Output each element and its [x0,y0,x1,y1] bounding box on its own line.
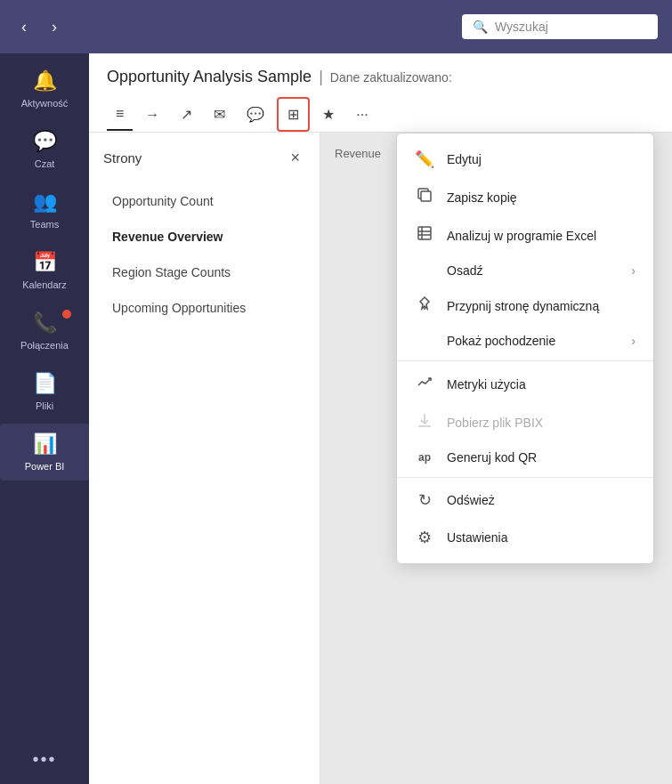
report-header: Opportunity Analysis Sample | Dane zaktu… [89,53,672,133]
activity-icon: 🔔 [33,69,57,93]
menu-item-settings[interactable]: ⚙ Ustawienia [397,519,653,556]
menu-item-label: Generuj kod QR [447,450,537,465]
title-separator: | [319,68,323,86]
analyze-excel-icon [415,225,434,246]
report-title: Opportunity Analysis Sample [107,68,312,86]
calls-badge [62,310,71,319]
menu-item-label: Edytuj [447,152,482,166]
svg-rect-2 [418,227,431,239]
menu-item-save-copy[interactable]: Zapisz kopię [397,178,653,216]
page-item-upcoming-opportunities[interactable]: Upcoming Opportunities [103,290,305,326]
menu-item-label: Analizuj w programie Excel [447,229,596,243]
sidebar-item-label: Połączenia [20,340,69,351]
sidebar-item-activity[interactable]: 🔔 Aktywność [0,61,89,117]
menu-item-label: Pobierz plik PBIX [447,416,543,430]
share-button[interactable]: ↗ [172,99,201,130]
save-copy-icon [415,187,434,207]
sidebar-item-label: Aktywność [21,98,69,109]
pages-header: Strony × [103,147,305,169]
sidebar-item-calls[interactable]: 📞 Połączenia [0,303,89,360]
sidebar-item-label: Kalendarz [22,279,67,290]
page-item-region-stage-counts[interactable]: Region Stage Counts [103,255,305,290]
canvas-label: Revenue [335,147,381,160]
search-icon: 🔍 [473,20,488,34]
sidebar-item-teams[interactable]: 👥 Teams [0,182,89,238]
toolbar: ≡ → ↗ ✉ 💬 ⊞ ★ ··· [107,97,654,132]
menu-item-show-origin[interactable]: Pokaż pochodzenie › [397,325,653,357]
report-subtitle: Dane zaktualizowano: [330,70,452,85]
sidebar-item-files[interactable]: 📄 Pliki [0,363,89,420]
sidebar-item-label: Pliki [36,400,53,411]
sidebar-item-calendar[interactable]: 📅 Kalendarz [0,242,89,299]
menu-item-label: Odśwież [447,493,495,507]
more-button[interactable]: ··· [347,100,376,130]
chevron-right-icon-2: › [631,334,636,348]
present-button[interactable]: ⊞ [277,97,310,132]
back-button[interactable]: ‹ [14,14,34,40]
calls-icon: 📞 [33,311,57,335]
svg-rect-1 [421,191,431,201]
settings-icon: ⚙ [415,528,434,547]
more-apps-button[interactable]: ••• [32,749,56,770]
menu-item-download-pbix: Pobierz plik PBIX [397,403,653,441]
download-icon [415,412,434,432]
report-canvas: Revenue ✏️ Edytuj Za [320,133,672,784]
menu-divider-2 [397,477,653,478]
pages-panel-title: Strony [103,150,142,166]
email-button[interactable]: ✉ [205,99,234,130]
menu-item-refresh[interactable]: ↻ Odśwież [397,481,653,519]
sidebar-item-label: Czat [35,158,55,169]
menu-item-label: Zapisz kopię [447,190,517,205]
sidebar: 🔔 Aktywność 💬 Czat 👥 Teams 📅 Kalendarz 📞… [0,53,89,784]
pages-panel-close[interactable]: × [285,147,305,169]
favorite-button[interactable]: ★ [313,99,344,130]
qr-icon: ap [415,451,434,464]
menu-item-embed[interactable]: Osadź › [397,255,653,287]
menu-item-edit[interactable]: ✏️ Edytuj [397,141,653,178]
teams-icon: 👥 [33,190,57,214]
metrics-icon [415,374,434,394]
page-item-opportunity-count[interactable]: Opportunity Count [103,183,305,219]
search-placeholder: Wyszukaj [495,20,548,34]
files-icon: 📄 [33,372,57,395]
menu-item-label: Pokaż pochodzenie [447,334,555,348]
page-item-revenue-overview[interactable]: Revenue Overview [103,219,305,255]
embed-button[interactable]: → [136,100,168,130]
calendar-icon: 📅 [33,251,57,274]
menu-item-qr-code[interactable]: ap Generuj kod QR [397,441,653,473]
sidebar-item-label: Power BI [25,461,65,472]
edit-icon: ✏️ [415,150,434,169]
menu-item-label: Osadź [447,263,482,278]
forward-button[interactable]: › [45,14,64,40]
pin-icon [415,295,434,316]
content-area: Opportunity Analysis Sample | Dane zaktu… [89,53,672,784]
chevron-right-icon: › [631,263,636,278]
menu-item-label: Ustawienia [447,530,507,545]
chat-icon: 💬 [33,130,57,153]
content-row: Strony × Opportunity Count Revenue Overv… [89,133,672,784]
powerbi-icon: 📊 [33,432,57,456]
main-layout: 🔔 Aktywność 💬 Czat 👥 Teams 📅 Kalendarz 📞… [0,53,672,784]
menu-item-label: Przypnij stronę dynamiczną [447,299,599,313]
sidebar-item-powerbi[interactable]: 📊 Power BI [0,424,89,481]
pages-panel: Strony × Opportunity Count Revenue Overv… [89,133,320,784]
report-title-bar: Opportunity Analysis Sample | Dane zaktu… [107,68,654,86]
menu-divider-1 [397,360,653,361]
menu-item-pin-dynamic[interactable]: Przypnij stronę dynamiczną [397,287,653,325]
menu-item-analyze-excel[interactable]: Analizuj w programie Excel [397,216,653,255]
menu-item-usage-metrics[interactable]: Metryki użycia [397,365,653,403]
sidebar-item-chat[interactable]: 💬 Czat [0,121,89,178]
top-bar: ‹ › 🔍 Wyszukaj [0,0,672,53]
pages-button[interactable]: ≡ [107,99,133,131]
menu-item-label: Metryki użycia [447,377,526,392]
chat-button[interactable]: 💬 [238,99,273,130]
dropdown-menu: ✏️ Edytuj Zapisz kopię [396,133,654,564]
search-bar[interactable]: 🔍 Wyszukaj [462,14,658,39]
sidebar-item-label: Teams [30,219,59,230]
refresh-icon: ↻ [415,490,434,510]
